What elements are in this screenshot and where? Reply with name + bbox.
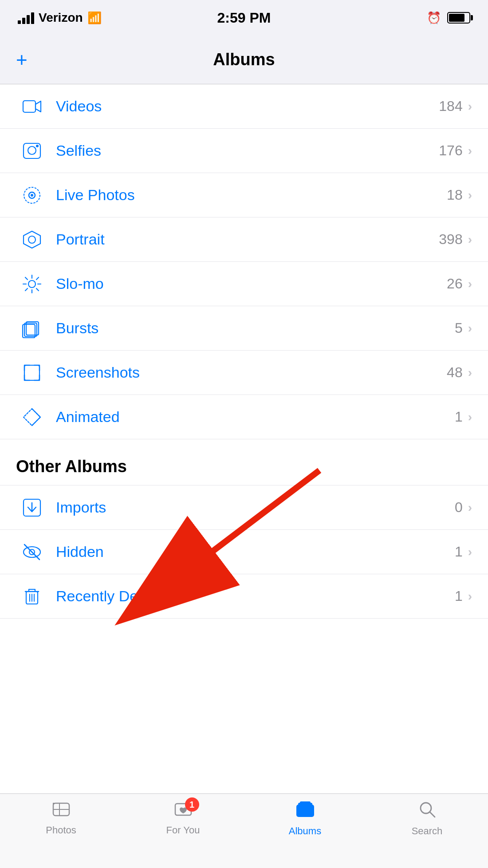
photos-tab-label: Photos [46,825,76,836]
slo-mo-count: 26 [447,276,463,292]
tab-for-you[interactable]: 1 For You [122,801,244,836]
svg-point-8 [28,236,35,243]
status-right: ⏰ [427,11,470,25]
other-albums-header: Other Albums [0,439,488,485]
animated-icon [16,407,48,427]
albums-tab-icon [295,801,315,822]
bursts-count: 5 [455,320,463,336]
svg-rect-38 [296,805,314,817]
portrait-icon [16,229,48,250]
svg-rect-21 [24,365,39,380]
imports-count: 0 [455,499,463,516]
portrait-label: Portrait [48,231,439,248]
videos-label: Videos [48,98,439,115]
list-item-screenshots[interactable]: Screenshots 48 › [0,351,488,395]
chevron-icon: › [468,99,472,114]
trash-icon [16,586,48,607]
tab-search[interactable]: Search [366,801,488,837]
search-tab-icon [419,801,436,822]
carrier-label: Verizon [39,11,83,25]
signal-bars-icon [18,12,34,24]
for-you-tab-icon: 1 [174,801,192,821]
list-item-slo-mo[interactable]: Slo-mo 26 › [0,262,488,306]
chevron-icon: › [468,410,472,424]
chevron-icon: › [468,545,472,559]
animated-label: Animated [48,408,455,426]
wifi-icon: 📶 [87,11,102,25]
screenshots-label: Screenshots [48,364,447,381]
tab-albums[interactable]: Albums [244,801,366,837]
status-left: Verizon 📶 [18,11,102,25]
list-item-bursts[interactable]: Bursts 5 › [0,306,488,351]
photos-tab-icon [52,801,70,821]
bursts-icon [16,318,48,339]
list-item-portrait[interactable]: Portrait 398 › [0,217,488,262]
page-title: Albums [213,50,275,69]
videos-count: 184 [439,98,462,114]
list-item-selfies[interactable]: Selfies 176 › [0,129,488,173]
bursts-label: Bursts [48,320,455,337]
svg-point-6 [31,194,33,197]
hidden-count: 1 [455,544,463,560]
alarm-icon: ⏰ [427,11,441,25]
selfies-count: 176 [439,142,462,159]
list-item-hidden[interactable]: Hidden 1 › [0,530,488,574]
svg-rect-40 [300,801,311,804]
video-icon [16,96,48,117]
recently-deleted-count: 1 [455,588,463,604]
selfie-icon [16,141,48,161]
chevron-icon: › [468,277,472,291]
svg-point-3 [28,146,36,154]
svg-point-4 [36,145,39,147]
chevron-icon: › [468,589,472,604]
svg-line-14 [25,277,28,280]
svg-line-17 [25,288,28,291]
list-item-videos[interactable]: Videos 184 › [0,84,488,129]
live-photos-icon [16,185,48,205]
status-time: 2:59 PM [217,10,271,26]
list-item-animated[interactable]: Animated 1 › [0,395,488,439]
svg-marker-1 [35,101,41,112]
search-tab-label: Search [412,825,443,837]
svg-line-16 [36,277,39,280]
imports-icon [16,497,48,518]
slomo-icon [16,274,48,294]
list-item-imports[interactable]: Imports 0 › [0,485,488,530]
chevron-icon: › [468,188,472,202]
content-area: Videos 184 › Selfies 176 › Live Photos 1… [0,84,488,793]
svg-line-15 [36,288,39,291]
list-item-recently-deleted[interactable]: Recently Deleted 1 › [0,574,488,619]
portrait-count: 398 [439,231,462,248]
tab-photos[interactable]: Photos [0,801,122,836]
svg-line-42 [430,812,435,817]
add-album-button[interactable]: + [16,50,28,70]
battery-icon [447,12,470,24]
slo-mo-label: Slo-mo [48,275,447,292]
svg-point-9 [28,280,35,288]
chevron-icon: › [468,321,472,335]
svg-rect-0 [23,101,35,112]
albums-tab-label: Albums [289,825,321,837]
recently-deleted-label: Recently Deleted [48,588,455,605]
live-photos-count: 18 [447,187,463,203]
chevron-icon: › [468,233,472,247]
hidden-icon [16,542,48,562]
screenshots-icon [16,363,48,383]
nav-bar: + Albums [0,36,488,84]
chevron-icon: › [468,501,472,515]
animated-count: 1 [455,409,463,425]
tab-bar: Photos 1 For You Albums Se [0,793,488,868]
selfies-label: Selfies [48,142,439,159]
live-photos-label: Live Photos [48,186,447,204]
status-bar: Verizon 📶 2:59 PM ⏰ [0,0,488,36]
screenshots-count: 48 [447,364,463,381]
for-you-tab-label: For You [166,825,200,836]
imports-label: Imports [48,499,455,516]
list-item-live-photos[interactable]: Live Photos 18 › [0,173,488,217]
for-you-badge: 1 [185,797,199,812]
chevron-icon: › [468,144,472,158]
chevron-icon: › [468,366,472,380]
hidden-label: Hidden [48,543,455,560]
